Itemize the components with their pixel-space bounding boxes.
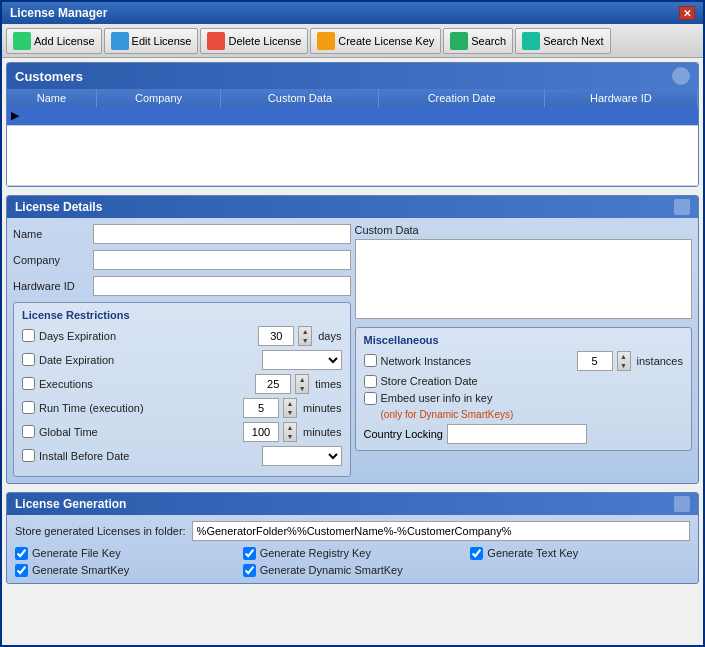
install-before-row: Install Before Date bbox=[22, 446, 342, 466]
gen-smartkey-label: Generate SmartKey bbox=[32, 564, 129, 576]
days-value-input[interactable]: 30 bbox=[258, 326, 294, 346]
run-down-arrow[interactable]: ▼ bbox=[284, 408, 296, 417]
hardware-input[interactable] bbox=[93, 276, 351, 296]
empty-cell bbox=[7, 125, 698, 185]
network-value-input[interactable]: 5 bbox=[577, 351, 613, 371]
global-time-row: Global Time 100 ▲ ▼ minutes bbox=[22, 422, 342, 442]
network-arrows[interactable]: ▲ ▼ bbox=[617, 351, 631, 371]
days-unit: days bbox=[318, 330, 341, 342]
gen-file-key-label: Generate File Key bbox=[32, 547, 121, 559]
name-field-row: Name bbox=[13, 224, 351, 244]
create-key-button[interactable]: Create License Key bbox=[310, 28, 441, 54]
date-expiration-row: Date Expiration bbox=[22, 350, 342, 370]
gen-registry-key-check: Generate Registry Key bbox=[243, 547, 463, 560]
gen-smartkey-checkbox[interactable] bbox=[15, 564, 28, 577]
edit-license-button[interactable]: Edit License bbox=[104, 28, 199, 54]
close-button[interactable]: ✕ bbox=[679, 6, 695, 20]
add-license-button[interactable]: Add License bbox=[6, 28, 102, 54]
global-unit: minutes bbox=[303, 426, 342, 438]
run-arrows[interactable]: ▲ ▼ bbox=[283, 398, 297, 418]
delete-license-icon bbox=[207, 32, 225, 50]
global-value-input[interactable]: 100 bbox=[243, 422, 279, 442]
search-next-icon bbox=[522, 32, 540, 50]
days-spinner: 30 ▲ ▼ days bbox=[258, 326, 341, 346]
executions-checkbox[interactable] bbox=[22, 377, 35, 390]
customers-title: Customers bbox=[15, 69, 83, 84]
network-instances-row: Network Instances 5 ▲ ▼ instances bbox=[364, 351, 684, 371]
date-expiration-label: Date Expiration bbox=[39, 354, 114, 366]
exec-arrows[interactable]: ▲ ▼ bbox=[295, 374, 309, 394]
search-button[interactable]: Search bbox=[443, 28, 513, 54]
global-down-arrow[interactable]: ▼ bbox=[284, 432, 296, 441]
run-value-input[interactable]: 5 bbox=[243, 398, 279, 418]
run-up-arrow[interactable]: ▲ bbox=[284, 399, 296, 408]
run-time-row: Run Time (execution) 5 ▲ ▼ minutes bbox=[22, 398, 342, 418]
days-expiration-label: Days Expiration bbox=[39, 330, 116, 342]
exec-down-arrow[interactable]: ▼ bbox=[296, 384, 308, 393]
embed-user-row: Embed user info in key bbox=[364, 392, 684, 405]
network-up-arrow[interactable]: ▲ bbox=[618, 352, 630, 361]
search-next-button[interactable]: Search Next bbox=[515, 28, 611, 54]
delete-license-button[interactable]: Delete License bbox=[200, 28, 308, 54]
embed-user-checkbox[interactable] bbox=[364, 392, 377, 405]
name-input[interactable] bbox=[93, 224, 351, 244]
global-up-arrow[interactable]: ▲ bbox=[284, 423, 296, 432]
search-next-label: Search Next bbox=[543, 35, 604, 47]
search-icon bbox=[450, 32, 468, 50]
license-details-header: License Details bbox=[7, 196, 698, 218]
company-field-row: Company bbox=[13, 250, 351, 270]
customers-header: Customers bbox=[7, 63, 698, 89]
add-license-label: Add License bbox=[34, 35, 95, 47]
days-down-arrow[interactable]: ▼ bbox=[299, 336, 311, 345]
gen-text-key-checkbox[interactable] bbox=[470, 547, 483, 560]
window-title: License Manager bbox=[10, 6, 107, 20]
network-down-arrow[interactable]: ▼ bbox=[618, 361, 630, 370]
license-details-title: License Details bbox=[15, 200, 102, 214]
executions-label: Executions bbox=[39, 378, 93, 390]
miscellaneous-box: Miscellaneous Network Instances 5 ▲ ▼ in… bbox=[355, 327, 693, 451]
customers-section: Customers Name Company Custom Data Creat… bbox=[6, 62, 699, 187]
company-input[interactable] bbox=[93, 250, 351, 270]
store-creation-checkbox[interactable] bbox=[364, 375, 377, 388]
global-time-checkbox[interactable] bbox=[22, 425, 35, 438]
customers-body: ▶ bbox=[7, 107, 698, 185]
edit-license-icon bbox=[111, 32, 129, 50]
date-expiration-checkbox[interactable] bbox=[22, 353, 35, 366]
run-time-checkbox[interactable] bbox=[22, 401, 35, 414]
exec-value-input[interactable]: 25 bbox=[255, 374, 291, 394]
exec-up-arrow[interactable]: ▲ bbox=[296, 375, 308, 384]
gen-file-key-checkbox[interactable] bbox=[15, 547, 28, 560]
gen-text-key-check: Generate Text Key bbox=[470, 547, 690, 560]
row-hwid bbox=[544, 107, 697, 125]
search-label: Search bbox=[471, 35, 506, 47]
network-instances-checkbox[interactable] bbox=[364, 354, 377, 367]
store-path-input[interactable]: %GeneratorFolder%%CustomerName%-%Custome… bbox=[192, 521, 690, 541]
custom-data-textarea[interactable] bbox=[355, 239, 693, 319]
name-label: Name bbox=[13, 228, 93, 240]
col-hardware-id: Hardware ID bbox=[544, 89, 697, 107]
days-expiration-checkbox[interactable] bbox=[22, 329, 35, 342]
country-locking-input[interactable] bbox=[447, 424, 587, 444]
gen-dynamic-smartkey-checkbox[interactable] bbox=[243, 564, 256, 577]
run-unit: minutes bbox=[303, 402, 342, 414]
days-arrows[interactable]: ▲ ▼ bbox=[298, 326, 312, 346]
install-before-label: Install Before Date bbox=[39, 450, 130, 462]
date-expiration-select[interactable] bbox=[262, 350, 342, 370]
company-label: Company bbox=[13, 254, 93, 266]
global-spinner: 100 ▲ ▼ minutes bbox=[243, 422, 342, 442]
license-generation-section: License Generation Store generated Licen… bbox=[6, 492, 699, 584]
table-row[interactable]: ▶ bbox=[7, 107, 698, 125]
create-key-icon bbox=[317, 32, 335, 50]
gen-registry-key-checkbox[interactable] bbox=[243, 547, 256, 560]
gen-file-key-check: Generate File Key bbox=[15, 547, 235, 560]
row-arrow: ▶ bbox=[7, 107, 96, 125]
install-before-select[interactable] bbox=[262, 446, 342, 466]
col-creation-date: Creation Date bbox=[379, 89, 544, 107]
exec-spinner: 25 ▲ ▼ times bbox=[255, 374, 341, 394]
global-arrows[interactable]: ▲ ▼ bbox=[283, 422, 297, 442]
license-details-icon bbox=[674, 199, 690, 215]
toolbar: Add License Edit License Delete License … bbox=[2, 24, 703, 58]
col-company: Company bbox=[96, 89, 221, 107]
days-up-arrow[interactable]: ▲ bbox=[299, 327, 311, 336]
install-before-checkbox[interactable] bbox=[22, 449, 35, 462]
